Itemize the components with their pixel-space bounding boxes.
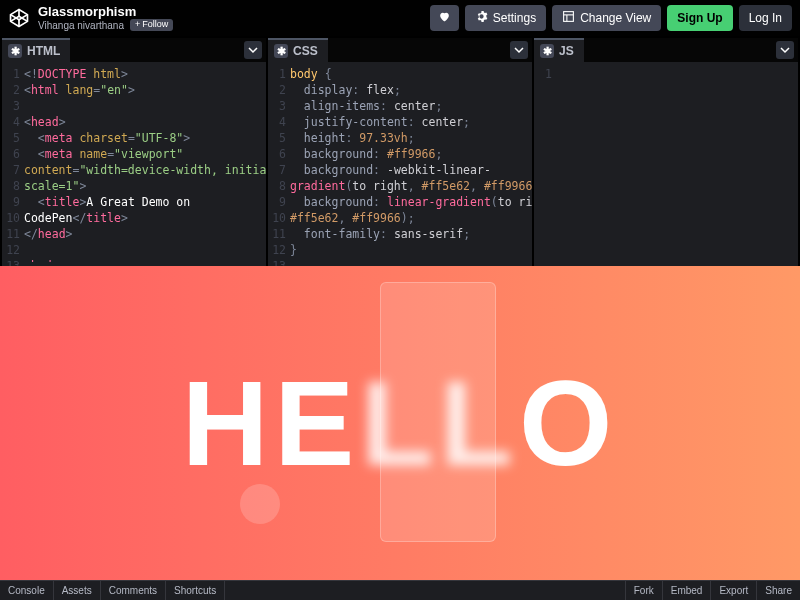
gear-sm-icon: ✱ bbox=[540, 44, 554, 58]
signup-button[interactable]: Sign Up bbox=[667, 5, 732, 31]
title-block: Glassmorphism Vihanga nivarthana + Follo… bbox=[38, 5, 173, 31]
gear-sm-icon: ✱ bbox=[274, 44, 288, 58]
follow-button[interactable]: + Follow bbox=[130, 19, 173, 31]
gear-sm-icon: ✱ bbox=[8, 44, 22, 58]
html-gutter: 1 2 3 4 5 6 7 8 9 10 11 12 13 bbox=[2, 66, 24, 262]
html-editor[interactable]: 1 2 3 4 5 6 7 8 9 10 11 12 13 <!DOCTYPE … bbox=[2, 62, 266, 266]
preview-hello-text: HELLO bbox=[182, 354, 619, 492]
css-panel: ✱ CSS 1 2 3 4 5 6 7 8 9 10 11 12 13 body… bbox=[268, 38, 532, 266]
css-gutter: 1 2 3 4 5 6 7 8 9 10 11 12 13 bbox=[268, 66, 290, 262]
editor-panels: ✱ HTML 1 2 3 4 5 6 7 8 9 10 11 12 13 <!D… bbox=[0, 36, 800, 266]
fork-button[interactable]: Fork bbox=[625, 581, 662, 600]
change-view-button[interactable]: Change View bbox=[552, 5, 661, 31]
js-gutter: 1 bbox=[534, 66, 556, 262]
embed-button[interactable]: Embed bbox=[662, 581, 711, 600]
js-tab[interactable]: ✱ JS bbox=[534, 38, 584, 62]
js-panel: ✱ JS 1 bbox=[534, 38, 798, 266]
css-options-button[interactable] bbox=[510, 41, 528, 59]
js-editor[interactable]: 1 bbox=[534, 62, 798, 266]
css-code[interactable]: body { display: flex; align-items: cente… bbox=[290, 66, 532, 262]
svg-rect-0 bbox=[564, 12, 574, 22]
assets-button[interactable]: Assets bbox=[54, 581, 101, 600]
html-panel: ✱ HTML 1 2 3 4 5 6 7 8 9 10 11 12 13 <!D… bbox=[2, 38, 266, 266]
author-name[interactable]: Vihanga nivarthana bbox=[38, 20, 124, 31]
heart-button[interactable] bbox=[430, 5, 459, 31]
bottom-bar: Console Assets Comments Shortcuts Fork E… bbox=[0, 580, 800, 600]
login-button[interactable]: Log In bbox=[739, 5, 792, 31]
settings-button[interactable]: Settings bbox=[465, 5, 546, 31]
layout-icon bbox=[562, 10, 575, 26]
preview-pane: HELLO bbox=[0, 266, 800, 580]
html-options-button[interactable] bbox=[244, 41, 262, 59]
comments-button[interactable]: Comments bbox=[101, 581, 166, 600]
css-tab[interactable]: ✱ CSS bbox=[268, 38, 328, 62]
js-options-button[interactable] bbox=[776, 41, 794, 59]
pen-title: Glassmorphism bbox=[38, 5, 173, 19]
html-code[interactable]: <!DOCTYPE html> <html lang="en"> <head> … bbox=[24, 66, 266, 262]
panel-header-js: ✱ JS bbox=[534, 38, 798, 62]
codepen-logo-icon[interactable] bbox=[8, 7, 30, 29]
top-bar: Glassmorphism Vihanga nivarthana + Follo… bbox=[0, 0, 800, 36]
export-button[interactable]: Export bbox=[710, 581, 756, 600]
css-editor[interactable]: 1 2 3 4 5 6 7 8 9 10 11 12 13 body { dis… bbox=[268, 62, 532, 266]
js-code[interactable] bbox=[556, 66, 798, 262]
panel-header-css: ✱ CSS bbox=[268, 38, 532, 62]
gear-icon bbox=[475, 10, 488, 26]
shortcuts-button[interactable]: Shortcuts bbox=[166, 581, 225, 600]
html-tab[interactable]: ✱ HTML bbox=[2, 38, 70, 62]
console-button[interactable]: Console bbox=[0, 581, 54, 600]
plus-icon: + bbox=[135, 20, 140, 30]
panel-header-html: ✱ HTML bbox=[2, 38, 266, 62]
heart-icon bbox=[438, 10, 451, 26]
share-button[interactable]: Share bbox=[756, 581, 800, 600]
